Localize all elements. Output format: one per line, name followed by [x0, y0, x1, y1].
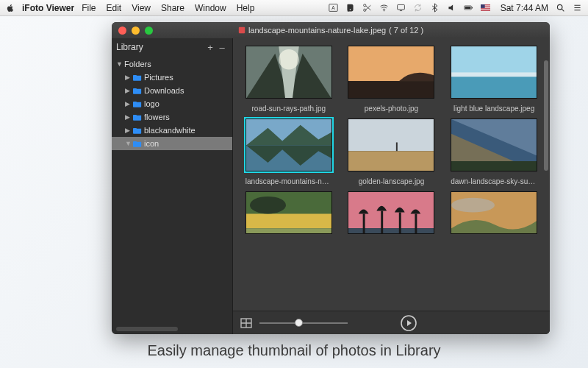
svg-point-35	[250, 197, 286, 214]
menubar-clock[interactable]: Sat 7:44 AM	[501, 3, 548, 13]
folder-item-icon[interactable]: ▼ icon	[112, 137, 232, 150]
thumbnail-item[interactable]: pexels-photo.jpg	[348, 46, 436, 113]
folder-tree: ▼ Folders ▶ Pictures ▶ Downloads ▶ logo	[112, 56, 232, 327]
spotlight-icon[interactable]	[556, 3, 565, 13]
grid-view-icon[interactable]	[240, 318, 252, 328]
thumbnail-item[interactable]	[450, 191, 538, 234]
folder-label: Downloads	[144, 86, 184, 95]
thumbnail-caption: golden-lanscape.jpg	[359, 177, 425, 185]
svg-rect-22	[451, 46, 537, 75]
folder-item-flowers[interactable]: ▶ flowers	[112, 110, 232, 124]
svg-rect-31	[451, 161, 537, 171]
window-title: landscape-mountains-nature-lake.jpeg ( 7…	[112, 26, 550, 35]
slideshow-play-button[interactable]	[400, 314, 417, 332]
display-icon[interactable]	[396, 3, 406, 13]
folder-item-blackandwhite[interactable]: ▶ blackandwhite	[112, 124, 232, 137]
sidebar-title: Library	[116, 42, 204, 52]
svg-rect-39	[381, 211, 384, 234]
title-filename: landscape-mountains-nature-lake.jpeg	[248, 26, 386, 35]
thumbnail-item[interactable]	[245, 191, 333, 234]
folder-label: icon	[144, 139, 159, 148]
svg-point-3	[363, 9, 365, 11]
thumbnail-caption: road-sun-rays-path.jpg	[252, 105, 326, 113]
app-name[interactable]: iFoto Viewer	[22, 3, 74, 13]
adobe-icon[interactable]: A	[329, 3, 338, 13]
svg-rect-33	[246, 213, 331, 228]
filetype-icon	[238, 26, 245, 34]
tree-root-folders[interactable]: ▼ Folders	[112, 57, 232, 71]
svg-rect-27	[348, 119, 434, 151]
folder-item-downloads[interactable]: ▶ Downloads	[112, 84, 232, 97]
thumbnail-caption: dawn-landscape-sky-suns...	[451, 177, 537, 185]
wifi-icon[interactable]	[379, 3, 389, 13]
vertical-scrollbar[interactable]	[544, 53, 548, 230]
svg-rect-40	[399, 213, 401, 234]
thumbnail-item[interactable]	[348, 191, 436, 234]
disclosure-triangle-icon[interactable]: ▶	[125, 113, 131, 121]
macos-menubar: iFoto Viewer File Edit View Share Window…	[0, 0, 588, 16]
thumbnail-item[interactable]: road-sun-rays-path.jpg	[245, 46, 333, 113]
thumbnail-caption: light blue landscape.jpeg	[453, 105, 534, 113]
promo-caption: Easily manage thumbnail of photos in Lib…	[0, 342, 588, 359]
remove-folder-button[interactable]: –	[216, 42, 228, 53]
notification-center-icon[interactable]	[573, 3, 582, 13]
folder-item-pictures[interactable]: ▶ Pictures	[112, 71, 232, 84]
disclosure-triangle-icon[interactable]: ▶	[125, 127, 131, 134]
apple-menu-icon[interactable]	[6, 4, 15, 13]
menu-help[interactable]: Help	[237, 3, 255, 13]
svg-point-19	[279, 49, 299, 70]
disclosure-triangle-icon[interactable]: ▶	[125, 74, 131, 81]
thumbnail-size-slider[interactable]	[259, 318, 348, 328]
menu-view[interactable]: View	[132, 3, 151, 13]
bottom-toolbar	[233, 311, 550, 334]
scissors-icon[interactable]	[362, 3, 372, 13]
sidebar: Library + – ▼ Folders ▶ Pictures ▶ Downl…	[112, 38, 233, 334]
sidebar-header: Library + –	[112, 38, 232, 56]
folder-icon	[133, 74, 142, 81]
svg-rect-34	[246, 228, 331, 234]
menu-file[interactable]: File	[82, 3, 96, 13]
thumbnail-item[interactable]: dawn-landscape-sky-suns...	[450, 118, 538, 185]
app-window: landscape-mountains-nature-lake.jpeg ( 7…	[112, 22, 550, 334]
svg-point-2	[363, 4, 365, 7]
menubar-status-icons: A Sat 7:44 AM	[329, 3, 582, 13]
titlebar[interactable]: landscape-mountains-nature-lake.jpeg ( 7…	[112, 22, 550, 38]
thumbnail-item[interactable]: light blue landscape.jpeg	[450, 46, 538, 113]
menu-window[interactable]: Window	[195, 3, 226, 13]
volume-icon[interactable]	[447, 3, 456, 13]
svg-rect-28	[348, 151, 434, 171]
sync-icon[interactable]	[413, 3, 423, 13]
disclosure-triangle-icon[interactable]: ▼	[116, 60, 122, 68]
sidebar-hscroll[interactable]	[112, 327, 232, 334]
svg-text:A: A	[331, 5, 335, 10]
battery-icon[interactable]	[464, 3, 473, 13]
disclosure-triangle-icon[interactable]: ▼	[125, 140, 131, 147]
disclosure-triangle-icon[interactable]: ▶	[125, 100, 131, 107]
thumbnail-grid-area: road-sun-rays-path.jpg pexels-photo.jpg …	[233, 38, 550, 334]
title-counter: ( 7 of 12 )	[389, 26, 423, 35]
folder-label: Pictures	[144, 73, 173, 82]
input-flag-icon[interactable]	[481, 3, 490, 13]
folder-icon	[133, 113, 142, 121]
folder-icon	[133, 100, 142, 107]
svg-rect-29	[396, 142, 398, 151]
evernote-icon[interactable]	[345, 3, 355, 13]
svg-rect-13	[481, 9, 490, 10]
thumbnail-item[interactable]: golden-lanscape.jpg	[348, 118, 436, 185]
folder-item-logo[interactable]: ▶ logo	[112, 97, 232, 110]
menu-edit[interactable]: Edit	[106, 3, 121, 13]
folder-icon	[133, 140, 142, 147]
svg-rect-15	[481, 4, 485, 8]
svg-rect-7	[472, 7, 473, 9]
svg-rect-41	[415, 213, 417, 234]
folder-label: flowers	[144, 113, 170, 121]
thumbnail-item[interactable]: landscape-mountains-nat...	[245, 118, 333, 185]
svg-point-16	[557, 4, 562, 10]
bluetooth-icon[interactable]	[430, 3, 440, 13]
menu-share[interactable]: Share	[161, 3, 184, 13]
add-folder-button[interactable]: +	[204, 42, 216, 53]
disclosure-triangle-icon[interactable]: ▶	[125, 87, 131, 94]
folder-icon	[133, 87, 142, 94]
svg-rect-37	[348, 228, 434, 234]
svg-rect-21	[348, 81, 434, 99]
